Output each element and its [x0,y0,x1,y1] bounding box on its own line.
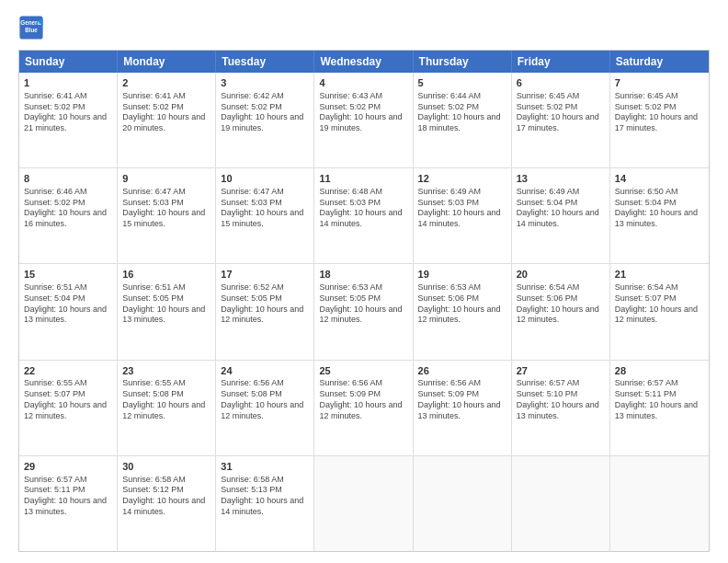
calendar-cell: 8Sunrise: 6:46 AMSunset: 5:02 PMDaylight… [19,168,118,263]
calendar-week-row: 1Sunrise: 6:41 AMSunset: 5:02 PMDaylight… [19,73,709,168]
cell-info: Sunrise: 6:55 AMSunset: 5:08 PMDaylight:… [122,378,210,421]
calendar-day-header: Monday [118,51,216,73]
svg-text:Blue: Blue [25,27,38,33]
calendar-day-header: Saturday [610,51,709,73]
day-number: 4 [319,76,407,90]
logo: General Blue [18,15,48,40]
svg-text:General: General [20,19,42,26]
cell-info: Sunrise: 6:43 AMSunset: 5:02 PMDaylight:… [319,91,407,134]
cell-info: Sunrise: 6:45 AMSunset: 5:02 PMDaylight:… [517,91,605,134]
day-number: 26 [418,364,506,378]
day-number: 21 [615,268,704,282]
calendar: SundayMondayTuesdayWednesdayThursdayFrid… [18,50,710,552]
day-number: 16 [122,268,210,282]
calendar-cell: 26Sunrise: 6:56 AMSunset: 5:09 PMDayligh… [414,361,512,455]
cell-info: Sunrise: 6:52 AMSunset: 5:05 PMDaylight:… [221,282,309,326]
calendar-cell: 24Sunrise: 6:56 AMSunset: 5:08 PMDayligh… [216,361,314,455]
cell-info: Sunrise: 6:47 AMSunset: 5:03 PMDaylight:… [221,187,309,230]
calendar-week-row: 8Sunrise: 6:46 AMSunset: 5:02 PMDaylight… [19,168,709,264]
cell-info: Sunrise: 6:53 AMSunset: 5:06 PMDaylight:… [418,282,506,326]
calendar-cell [610,456,709,551]
calendar-cell [314,456,413,551]
calendar-cell: 13Sunrise: 6:49 AMSunset: 5:04 PMDayligh… [512,168,610,263]
cell-info: Sunrise: 6:49 AMSunset: 5:04 PMDaylight:… [517,187,605,230]
cell-info: Sunrise: 6:57 AMSunset: 5:11 PMDaylight:… [24,475,112,518]
cell-info: Sunrise: 6:42 AMSunset: 5:02 PMDaylight:… [221,91,309,134]
day-number: 20 [517,268,605,282]
cell-info: Sunrise: 6:56 AMSunset: 5:09 PMDaylight:… [418,378,506,421]
cell-info: Sunrise: 6:58 AMSunset: 5:12 PMDaylight:… [122,475,210,518]
calendar-day-header: Tuesday [216,51,314,73]
day-number: 3 [221,76,309,90]
calendar-day-header: Thursday [414,51,512,73]
day-number: 13 [517,172,605,186]
cell-info: Sunrise: 6:54 AMSunset: 5:06 PMDaylight:… [517,282,605,326]
calendar-cell: 4Sunrise: 6:43 AMSunset: 5:02 PMDaylight… [314,73,413,167]
calendar-cell: 14Sunrise: 6:50 AMSunset: 5:04 PMDayligh… [610,168,709,263]
calendar-cell: 16Sunrise: 6:51 AMSunset: 5:05 PMDayligh… [118,264,216,359]
day-number: 30 [122,460,210,474]
cell-info: Sunrise: 6:55 AMSunset: 5:07 PMDaylight:… [24,378,112,421]
day-number: 17 [221,268,309,282]
calendar-cell: 12Sunrise: 6:49 AMSunset: 5:03 PMDayligh… [414,168,512,263]
calendar-cell [414,456,512,551]
calendar-header: SundayMondayTuesdayWednesdayThursdayFrid… [19,51,709,73]
day-number: 5 [418,76,506,90]
cell-info: Sunrise: 6:44 AMSunset: 5:02 PMDaylight:… [418,91,506,134]
cell-info: Sunrise: 6:49 AMSunset: 5:03 PMDaylight:… [418,187,506,230]
cell-info: Sunrise: 6:41 AMSunset: 5:02 PMDaylight:… [122,91,210,134]
cell-info: Sunrise: 6:57 AMSunset: 5:10 PMDaylight:… [517,378,605,421]
calendar-cell: 15Sunrise: 6:51 AMSunset: 5:04 PMDayligh… [19,264,118,359]
day-number: 19 [418,268,506,282]
day-number: 11 [319,172,407,186]
calendar-cell: 22Sunrise: 6:55 AMSunset: 5:07 PMDayligh… [19,361,118,455]
calendar-cell: 2Sunrise: 6:41 AMSunset: 5:02 PMDaylight… [118,73,216,167]
day-number: 22 [24,364,112,378]
calendar-week-row: 22Sunrise: 6:55 AMSunset: 5:07 PMDayligh… [19,361,709,456]
day-number: 15 [24,268,112,282]
day-number: 27 [517,364,605,378]
day-number: 25 [319,364,407,378]
calendar-cell [512,456,610,551]
cell-info: Sunrise: 6:50 AMSunset: 5:04 PMDaylight:… [615,187,704,230]
cell-info: Sunrise: 6:41 AMSunset: 5:02 PMDaylight:… [24,91,112,134]
calendar-cell: 6Sunrise: 6:45 AMSunset: 5:02 PMDaylight… [512,73,610,167]
calendar-day-header: Friday [512,51,610,73]
calendar-cell: 11Sunrise: 6:48 AMSunset: 5:03 PMDayligh… [314,168,413,263]
calendar-cell: 1Sunrise: 6:41 AMSunset: 5:02 PMDaylight… [19,73,118,167]
cell-info: Sunrise: 6:47 AMSunset: 5:03 PMDaylight:… [122,187,210,230]
calendar-body: 1Sunrise: 6:41 AMSunset: 5:02 PMDaylight… [19,73,709,551]
cell-info: Sunrise: 6:48 AMSunset: 5:03 PMDaylight:… [319,187,407,230]
calendar-cell: 31Sunrise: 6:58 AMSunset: 5:13 PMDayligh… [216,456,314,551]
cell-info: Sunrise: 6:53 AMSunset: 5:05 PMDaylight:… [319,282,407,326]
calendar-cell: 19Sunrise: 6:53 AMSunset: 5:06 PMDayligh… [414,264,512,359]
calendar-cell: 10Sunrise: 6:47 AMSunset: 5:03 PMDayligh… [216,168,314,263]
cell-info: Sunrise: 6:58 AMSunset: 5:13 PMDaylight:… [221,475,309,518]
day-number: 24 [221,364,309,378]
calendar-cell: 5Sunrise: 6:44 AMSunset: 5:02 PMDaylight… [414,73,512,167]
calendar-cell: 9Sunrise: 6:47 AMSunset: 5:03 PMDaylight… [118,168,216,263]
cell-info: Sunrise: 6:51 AMSunset: 5:04 PMDaylight:… [24,282,112,326]
cell-info: Sunrise: 6:56 AMSunset: 5:08 PMDaylight:… [221,378,309,421]
day-number: 31 [221,460,309,474]
calendar-cell: 21Sunrise: 6:54 AMSunset: 5:07 PMDayligh… [610,264,709,359]
day-number: 8 [24,172,112,186]
calendar-cell: 30Sunrise: 6:58 AMSunset: 5:12 PMDayligh… [118,456,216,551]
cell-info: Sunrise: 6:56 AMSunset: 5:09 PMDaylight:… [319,378,407,421]
calendar-cell: 17Sunrise: 6:52 AMSunset: 5:05 PMDayligh… [216,264,314,359]
day-number: 9 [122,172,210,186]
calendar-cell: 27Sunrise: 6:57 AMSunset: 5:10 PMDayligh… [512,361,610,455]
calendar-cell: 28Sunrise: 6:57 AMSunset: 5:11 PMDayligh… [610,361,709,455]
day-number: 18 [319,268,407,282]
day-number: 2 [122,76,210,90]
calendar-cell: 3Sunrise: 6:42 AMSunset: 5:02 PMDaylight… [216,73,314,167]
day-number: 29 [24,460,112,474]
day-number: 7 [615,76,704,90]
day-number: 28 [615,364,704,378]
cell-info: Sunrise: 6:54 AMSunset: 5:07 PMDaylight:… [615,282,704,326]
calendar-cell: 25Sunrise: 6:56 AMSunset: 5:09 PMDayligh… [314,361,413,455]
day-number: 6 [517,76,605,90]
calendar-cell: 20Sunrise: 6:54 AMSunset: 5:06 PMDayligh… [512,264,610,359]
day-number: 14 [615,172,704,186]
calendar-cell: 29Sunrise: 6:57 AMSunset: 5:11 PMDayligh… [19,456,118,551]
